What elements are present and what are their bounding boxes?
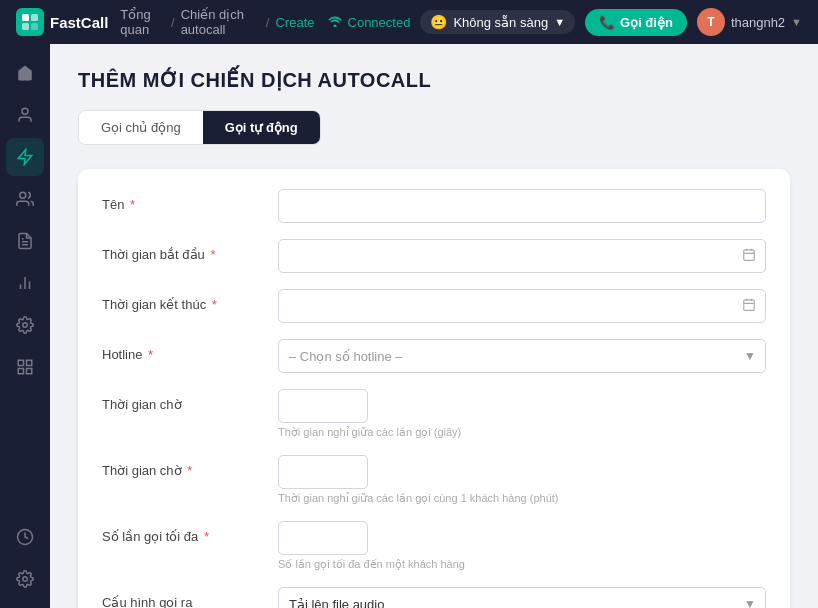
connected-label: Connected bbox=[348, 15, 411, 30]
field-ten: Tên * bbox=[102, 189, 766, 223]
sidebar-item-grid[interactable] bbox=[6, 348, 44, 386]
field-end-time: Thời gian kết thúc * bbox=[102, 289, 766, 323]
field-max-calls: Số lần gọi tối đa * Số lần gọi tối đa đế… bbox=[102, 521, 766, 571]
sidebar-item-reports[interactable] bbox=[6, 222, 44, 260]
status-label: Không sẵn sàng bbox=[453, 15, 548, 30]
field-wait-time-2: Thời gian chờ * Thời gian nghỉ giữa các … bbox=[102, 455, 766, 505]
svg-rect-23 bbox=[744, 300, 755, 311]
hint-wait-time-1: Thời gian nghỉ giữa các lần gọi (giây) bbox=[278, 426, 461, 439]
label-hotline: Hotline * bbox=[102, 339, 262, 362]
call-button[interactable]: 📞 Gọi điện bbox=[585, 9, 687, 36]
max-calls-wrapper: Số lần gọi tối đa đến một khách hàng bbox=[278, 521, 465, 571]
calendar-icon bbox=[742, 248, 756, 265]
start-time-wrapper bbox=[278, 239, 766, 273]
form-card: Tên * Thời gian bắt đầu * Thời gian kết … bbox=[78, 169, 790, 608]
input-start-time[interactable] bbox=[278, 239, 766, 273]
tab-goi-tu-dong[interactable]: Gọi tự động bbox=[203, 111, 320, 144]
breadcrumb-sep-1: / bbox=[171, 15, 175, 30]
sidebar-item-home[interactable] bbox=[6, 54, 44, 92]
svg-marker-5 bbox=[18, 150, 32, 165]
connection-status: Connected bbox=[327, 14, 411, 30]
field-call-config: Cấu hình gọi ra Tải lên file audio ▼ bbox=[102, 587, 766, 608]
hotline-select[interactable]: – Chọn số hotline – bbox=[278, 339, 766, 373]
sidebar-item-history[interactable] bbox=[6, 518, 44, 556]
call-config-select[interactable]: Tải lên file audio bbox=[278, 587, 766, 608]
sidebar bbox=[0, 44, 50, 608]
sidebar-item-settings-top[interactable] bbox=[6, 306, 44, 344]
breadcrumb-item-1[interactable]: Tổng quan bbox=[120, 7, 165, 37]
main-content: THÊM MỚI CHIẾN DỊCH AUTOCALL Gọi chủ độn… bbox=[50, 44, 818, 608]
username: thangnh2 bbox=[731, 15, 785, 30]
tab-bar: Gọi chủ động Gọi tự động bbox=[78, 110, 321, 145]
svg-rect-3 bbox=[31, 23, 38, 30]
breadcrumb-item-3: Create bbox=[275, 15, 314, 30]
svg-point-6 bbox=[20, 192, 26, 198]
input-wait-time-2[interactable] bbox=[278, 455, 368, 489]
sidebar-item-contacts[interactable] bbox=[6, 96, 44, 134]
label-start-time: Thời gian bắt đầu * bbox=[102, 239, 262, 262]
hotline-select-wrapper: – Chọn số hotline – ▼ bbox=[278, 339, 766, 373]
svg-point-12 bbox=[23, 323, 28, 328]
svg-rect-15 bbox=[27, 369, 32, 374]
page-title: THÊM MỚI CHIẾN DỊCH AUTOCALL bbox=[78, 68, 790, 92]
sidebar-item-campaigns[interactable] bbox=[6, 138, 44, 176]
wait-time-2-wrapper: Thời gian nghỉ giữa các lần gọi cùng 1 k… bbox=[278, 455, 559, 505]
input-wait-time-1[interactable] bbox=[278, 389, 368, 423]
svg-point-18 bbox=[23, 577, 28, 582]
field-wait-time-1: Thời gian chờ Thời gian nghỉ giữa các lầ… bbox=[102, 389, 766, 439]
svg-rect-16 bbox=[18, 369, 23, 374]
input-ten[interactable] bbox=[278, 189, 766, 223]
logo[interactable]: FastCall bbox=[16, 8, 108, 36]
avatar: T bbox=[697, 8, 725, 36]
label-wait-time-2: Thời gian chờ * bbox=[102, 455, 262, 478]
hint-max-calls: Số lần gọi tối đa đến một khách hàng bbox=[278, 558, 465, 571]
label-end-time: Thời gian kết thúc * bbox=[102, 289, 262, 312]
req-ten: * bbox=[126, 197, 135, 212]
wait-time-1-wrapper: Thời gian nghỉ giữa các lần gọi (giây) bbox=[278, 389, 461, 439]
svg-rect-2 bbox=[22, 23, 29, 30]
user-chevron-icon: ▼ bbox=[791, 16, 802, 28]
wifi-icon bbox=[327, 14, 343, 30]
field-start-time: Thời gian bắt đầu * bbox=[102, 239, 766, 273]
svg-point-4 bbox=[22, 108, 28, 114]
logo-icon bbox=[16, 8, 44, 36]
label-ten: Tên * bbox=[102, 189, 262, 212]
breadcrumb: Tổng quan / Chiến dịch autocall / Create bbox=[120, 7, 314, 37]
svg-rect-1 bbox=[31, 14, 38, 21]
phone-icon: 📞 bbox=[599, 15, 615, 30]
input-max-calls[interactable] bbox=[278, 521, 368, 555]
logo-text: FastCall bbox=[50, 14, 108, 31]
sidebar-item-stats[interactable] bbox=[6, 264, 44, 302]
svg-rect-14 bbox=[27, 360, 32, 365]
svg-rect-0 bbox=[22, 14, 29, 21]
svg-rect-13 bbox=[18, 360, 23, 365]
sidebar-item-users[interactable] bbox=[6, 180, 44, 218]
label-max-calls: Số lần gọi tối đa * bbox=[102, 521, 262, 544]
tab-goi-chu-dong[interactable]: Gọi chủ động bbox=[79, 111, 203, 144]
breadcrumb-item-2[interactable]: Chiến dịch autocall bbox=[181, 7, 260, 37]
navbar-right: Connected 😐 Không sẵn sàng ▼ 📞 Gọi điện … bbox=[327, 8, 802, 36]
svg-rect-19 bbox=[744, 250, 755, 261]
sidebar-item-settings-bottom[interactable] bbox=[6, 560, 44, 598]
user-menu[interactable]: T thangnh2 ▼ bbox=[697, 8, 802, 36]
label-wait-time-1: Thời gian chờ bbox=[102, 389, 262, 412]
status-emoji: 😐 bbox=[430, 14, 447, 30]
status-dropdown[interactable]: 😐 Không sẵn sàng ▼ bbox=[420, 10, 575, 34]
input-end-time[interactable] bbox=[278, 289, 766, 323]
calendar-icon-2 bbox=[742, 298, 756, 315]
label-call-config: Cấu hình gọi ra bbox=[102, 587, 262, 608]
hint-wait-time-2: Thời gian nghỉ giữa các lần gọi cùng 1 k… bbox=[278, 492, 559, 505]
navbar: FastCall Tổng quan / Chiến dịch autocall… bbox=[0, 0, 818, 44]
call-config-select-wrapper: Tải lên file audio ▼ bbox=[278, 587, 766, 608]
breadcrumb-sep-2: / bbox=[266, 15, 270, 30]
chevron-down-icon: ▼ bbox=[554, 16, 565, 28]
field-hotline: Hotline * – Chọn số hotline – ▼ bbox=[102, 339, 766, 373]
end-time-wrapper bbox=[278, 289, 766, 323]
